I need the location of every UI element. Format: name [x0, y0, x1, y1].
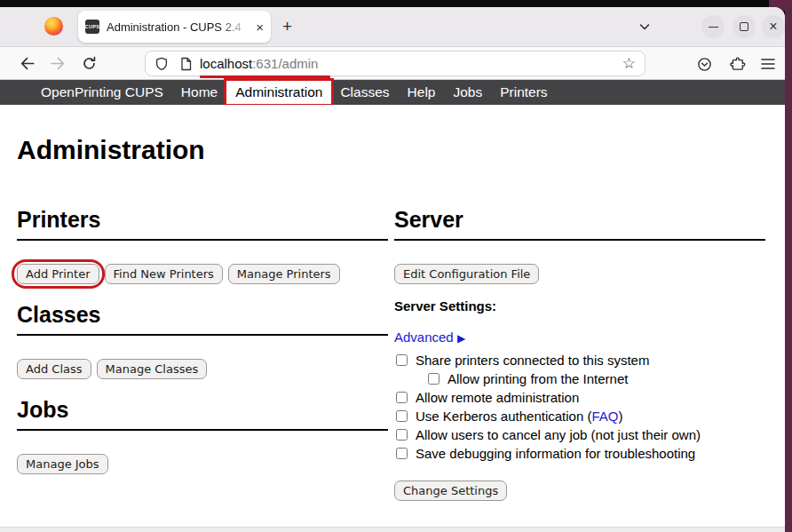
nav-item-openprinting-cups[interactable]: OpenPrinting CUPS	[32, 81, 172, 104]
change-settings-button[interactable]: Change Settings	[394, 480, 507, 501]
checkbox-row-allow-printing-from-the-internet: Allow printing from the Internet	[394, 369, 765, 388]
close-icon: ×	[769, 20, 777, 34]
tab-list-chevron-down-icon[interactable]	[638, 20, 652, 34]
reload-icon[interactable]	[82, 56, 97, 71]
desktop-background-strip	[785, 0, 792, 532]
add-printer-button[interactable]: Add Printer	[17, 264, 99, 284]
extensions-puzzle-icon[interactable]	[730, 56, 746, 72]
maximize-icon	[740, 22, 748, 31]
titlebar: CUPS Administration - CUPS 2.4 × + ×	[0, 7, 785, 46]
checkbox-label: Allow printing from the Internet	[447, 371, 628, 386]
checkbox-row-share-printers-connected-to-this-system: Share printers connected to this system	[394, 351, 765, 369]
section-heading-jobs: Jobs	[17, 397, 388, 431]
tab-title: Administration - CUPS 2.4	[107, 20, 252, 34]
nav-item-printers[interactable]: Printers	[491, 81, 556, 104]
manage-jobs-button[interactable]: Manage Jobs	[17, 454, 108, 474]
forward-button[interactable]	[51, 56, 66, 71]
jobs-button-row: Manage Jobs	[17, 454, 388, 474]
add-class-button[interactable]: Add Class	[17, 359, 91, 379]
checkbox-label: Use Kerberos authentication (	[416, 409, 591, 424]
printers-button-row: Add PrinterFind New PrintersManage Print…	[17, 264, 388, 284]
tab-close-icon[interactable]: ×	[256, 20, 264, 34]
manage-printers-button[interactable]: Manage Printers	[228, 264, 340, 284]
checkbox-row-allow-users-to-cancel-any-job-not-just-their-own: Allow users to cancel any job (not just …	[394, 425, 765, 444]
advanced-link[interactable]: Advanced ▶	[394, 330, 765, 345]
checkbox-save-debugging-information-for-troubleshooting[interactable]	[396, 448, 408, 459]
manage-classes-button[interactable]: Manage Classes	[97, 359, 208, 379]
arrow-right-icon: ▶	[457, 332, 465, 345]
nav-item-home[interactable]: Home	[172, 81, 226, 104]
section-heading-classes: Classes	[17, 302, 388, 336]
maximize-button[interactable]	[733, 15, 756, 38]
url-host: localhost	[200, 56, 252, 71]
firefox-icon	[44, 17, 63, 36]
right-column: Server Edit Configuration File Server Se…	[394, 207, 765, 501]
checkbox-allow-printing-from-the-internet[interactable]	[428, 373, 440, 385]
new-tab-button[interactable]: +	[282, 17, 292, 36]
bookmark-star-icon[interactable]: ☆	[622, 54, 636, 73]
add-printer-annotated-wrap: Add Printer	[17, 264, 99, 284]
server-settings-checkbox-list: Share printers connected to this systemA…	[394, 351, 765, 463]
minimize-icon	[709, 27, 718, 28]
page-content: Administration PrintersAdd PrinterFind N…	[0, 105, 785, 527]
columns: PrintersAdd PrinterFind New PrintersMana…	[17, 207, 765, 501]
checkbox-allow-users-to-cancel-any-job-not-just-their-own[interactable]	[396, 429, 408, 441]
section-heading-server: Server	[394, 207, 765, 241]
back-button[interactable]	[20, 56, 35, 71]
screen: CUPS Administration - CUPS 2.4 × + ×	[0, 0, 792, 532]
url-bar[interactable]: localhost:631/admin ☆	[145, 51, 645, 76]
nav: OpenPrinting CUPSHomeAdministrationClass…	[0, 80, 785, 105]
browser-tab[interactable]: CUPS Administration - CUPS 2.4 ×	[78, 11, 271, 43]
checkbox-label-suffix: )	[618, 409, 622, 424]
minimize-button[interactable]	[701, 15, 725, 38]
nav-item-classes[interactable]: Classes	[331, 81, 398, 104]
page-title: Administration	[17, 135, 765, 164]
url-path: :631/admin	[252, 56, 318, 71]
server-settings-label: Server Settings:	[394, 298, 765, 314]
cups-favicon-icon: CUPS	[85, 20, 99, 34]
checkbox-share-printers-connected-to-this-system[interactable]	[396, 354, 408, 366]
browser-window: CUPS Administration - CUPS 2.4 × + ×	[0, 7, 785, 532]
section-heading-printers: Printers	[17, 207, 388, 241]
advanced-link-label: Advanced	[394, 330, 454, 345]
url-text[interactable]: localhost:631/admin	[200, 56, 318, 71]
find-new-printers-button[interactable]: Find New Printers	[105, 264, 223, 284]
checkbox-row-save-debugging-information-for-troubleshooting: Save debugging information for troublesh…	[394, 444, 765, 463]
close-button[interactable]: ×	[762, 15, 785, 38]
classes-button-row: Add ClassManage Classes	[17, 359, 388, 379]
checkbox-label: Share printers connected to this system	[416, 353, 649, 368]
pocket-icon[interactable]	[697, 57, 712, 72]
menu-hamburger-icon[interactable]	[761, 58, 775, 70]
checkbox-label: Allow remote administration	[416, 390, 579, 405]
browser-toolbar: localhost:631/admin ☆	[0, 46, 785, 80]
checkbox-allow-remote-administration[interactable]	[396, 392, 408, 403]
page-icon[interactable]	[179, 57, 193, 71]
change-settings-row: Change Settings	[394, 480, 765, 501]
server-button-row: Edit Configuration File	[394, 264, 765, 284]
checkbox-label: Allow users to cancel any job (not just …	[416, 427, 701, 442]
checkbox-label: Save debugging information for troublesh…	[416, 446, 695, 461]
faq-link[interactable]: FAQ	[591, 409, 618, 424]
nav-item-help[interactable]: Help	[399, 81, 445, 104]
nav-item-jobs[interactable]: Jobs	[444, 81, 491, 104]
checkbox-use-kerberos-authentication-faq[interactable]	[396, 410, 408, 422]
annotation-url-underline	[200, 75, 330, 78]
checkbox-row-use-kerberos-authentication-faq: Use Kerberos authentication (FAQ)	[394, 407, 765, 425]
shield-icon[interactable]	[154, 57, 169, 71]
window-bottom-strip	[0, 527, 785, 532]
edit-configuration-file-button[interactable]: Edit Configuration File	[394, 264, 539, 284]
nav-item-administration[interactable]: Administration	[226, 81, 331, 104]
left-column: PrintersAdd PrinterFind New PrintersMana…	[17, 207, 388, 501]
checkbox-row-allow-remote-administration: Allow remote administration	[394, 388, 765, 407]
